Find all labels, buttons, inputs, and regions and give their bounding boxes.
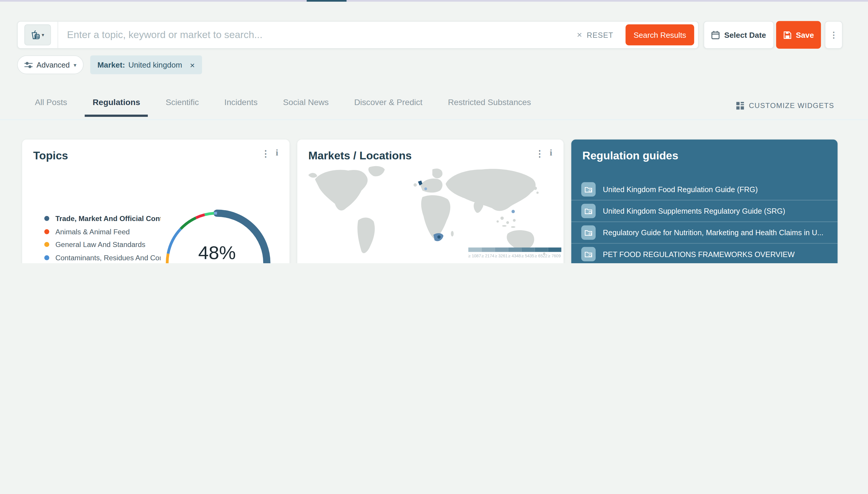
guide-item[interactable]: United Kingdom Supplements Regulatory Gu… bbox=[571, 201, 837, 222]
search-category-dropdown[interactable]: ▾ bbox=[24, 24, 51, 45]
widget-title: Regulation guides bbox=[582, 150, 678, 162]
kebab-icon: ⋮ bbox=[830, 30, 838, 40]
tab-restricted-substances[interactable]: Restricted Substances bbox=[448, 97, 531, 118]
save-button[interactable]: Save bbox=[776, 21, 821, 49]
legend-dot bbox=[44, 216, 49, 221]
chevron-down-icon: ▾ bbox=[42, 32, 44, 38]
topics-donut-chart[interactable]: 48% Trade, market and officia... bbox=[156, 202, 278, 263]
tab-all-posts[interactable]: All Posts bbox=[35, 97, 67, 118]
legend-item[interactable]: Trade, Market And Official Contr bbox=[44, 212, 160, 225]
folder-guide-icon bbox=[581, 247, 596, 262]
folder-guide-icon bbox=[581, 226, 596, 240]
remove-filter-icon[interactable]: × bbox=[190, 60, 195, 70]
folder-guide-icon bbox=[581, 182, 596, 196]
customize-widgets-button[interactable]: CUSTOMIZE WIDGETS bbox=[736, 101, 834, 110]
tab-social-news[interactable]: Social News bbox=[283, 97, 329, 118]
select-date-button[interactable]: Select Date bbox=[704, 21, 774, 49]
search-results-button[interactable]: Search Results bbox=[625, 24, 694, 45]
legend-dot bbox=[44, 255, 49, 260]
guide-item[interactable]: PET FOOD REGULATIONS FRAMEWORKS OVERVIEW bbox=[571, 244, 837, 263]
legend-dot bbox=[44, 242, 49, 247]
guide-item[interactable]: Regulatory Guide for Nutrition, Marketin… bbox=[571, 222, 837, 244]
calendar-icon bbox=[711, 31, 719, 39]
legend-item[interactable]: Contaminants, Residues And Con... bbox=[44, 251, 160, 263]
sliders-icon bbox=[24, 61, 33, 68]
top-window-strip bbox=[0, 0, 868, 2]
more-options-menu[interactable]: ⋮ bbox=[825, 21, 843, 49]
market-filter-chip[interactable]: Market: United kingdom × bbox=[90, 56, 202, 74]
legend-dot bbox=[44, 229, 49, 234]
advanced-filters-button[interactable]: Advanced ▾ bbox=[17, 56, 83, 74]
kebab-icon[interactable]: ⋮ bbox=[535, 148, 544, 159]
legend-item[interactable]: Animals & Animal Feed bbox=[44, 225, 160, 238]
tab-discover-predict[interactable]: Discover & Predict bbox=[354, 97, 422, 118]
markets-locations-widget: Markets / Locations ⋮ i bbox=[297, 139, 563, 263]
guide-item[interactable]: United Kingdom Food Regulation Guide (FR… bbox=[571, 178, 837, 201]
info-icon[interactable]: i bbox=[275, 148, 278, 158]
info-icon[interactable]: i bbox=[549, 148, 552, 158]
regulation-guides-widget: Regulation guides United Kingdom Food Re… bbox=[571, 139, 837, 263]
tab-scientific[interactable]: Scientific bbox=[166, 97, 199, 118]
topics-legend: Trade, Market And Official Contr Animals… bbox=[44, 212, 160, 263]
search-bar: ▾ × RESET Search Results bbox=[17, 21, 699, 49]
grid-icon bbox=[736, 101, 744, 109]
food-drink-icon bbox=[31, 30, 40, 40]
map-highlight-benelux bbox=[424, 187, 427, 190]
top-window-strip-segment bbox=[307, 0, 346, 2]
topics-widget: Topics ⋮ i Trade, Market And Official Co… bbox=[22, 139, 289, 263]
guide-list: United Kingdom Food Regulation Guide (FR… bbox=[571, 178, 837, 263]
tabs-divider bbox=[0, 119, 868, 120]
dashboard-page: ▾ × RESET Search Results Select Date Sav… bbox=[0, 0, 868, 263]
chevron-down-icon: ▾ bbox=[74, 62, 76, 68]
widget-title: Markets / Locations bbox=[308, 150, 411, 162]
donut-center-value: 48% bbox=[156, 242, 278, 263]
map-color-scale: ≥ 1087 ≥ 2174 ≥ 3261 ≥ 4348 ≥ 5435 ≥ 652… bbox=[468, 248, 561, 259]
tab-incidents[interactable]: Incidents bbox=[224, 97, 257, 118]
save-icon bbox=[783, 31, 791, 39]
kebab-icon[interactable]: ⋮ bbox=[262, 148, 270, 159]
section-tabs: All Posts Regulations Scientific Inciden… bbox=[35, 97, 531, 118]
map-highlight-philippines bbox=[512, 210, 515, 213]
search-input[interactable] bbox=[58, 28, 577, 41]
folder-guide-icon bbox=[581, 204, 596, 218]
widget-title: Topics bbox=[33, 150, 68, 162]
reset-button[interactable]: × RESET bbox=[577, 30, 613, 40]
close-icon: × bbox=[577, 30, 582, 40]
legend-item[interactable]: General Law And Standards bbox=[44, 238, 160, 251]
world-map[interactable] bbox=[307, 163, 554, 260]
tab-regulations[interactable]: Regulations bbox=[93, 97, 140, 118]
